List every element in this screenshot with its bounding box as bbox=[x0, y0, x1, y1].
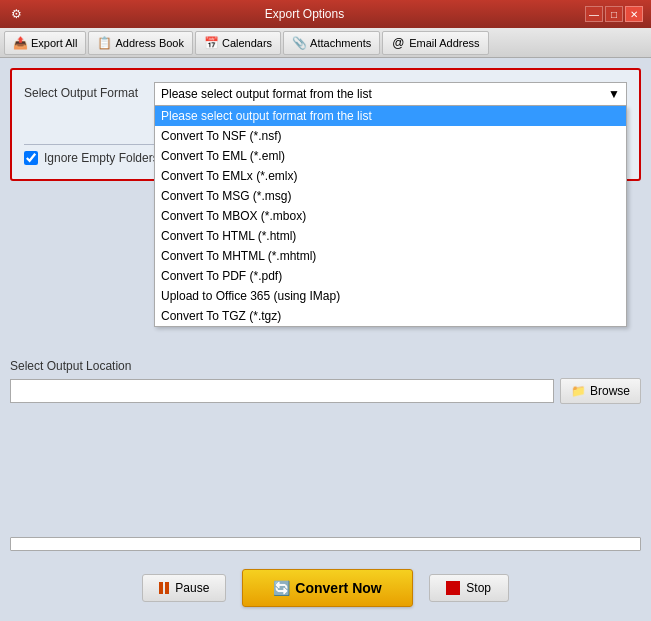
format-row: Select Output Format Please select outpu… bbox=[24, 82, 627, 106]
output-format-dropdown[interactable]: Please select output format from the lis… bbox=[154, 82, 627, 106]
window-controls: — □ ✕ bbox=[585, 6, 643, 22]
location-label: Select Output Location bbox=[10, 359, 641, 373]
tab-calendars[interactable]: 📅 Calendars bbox=[195, 31, 281, 55]
main-content: Select Output Format Please select outpu… bbox=[0, 58, 651, 621]
dropdown-item-5[interactable]: Convert To MBOX (*.mbox) bbox=[155, 206, 626, 226]
pause-label: Pause bbox=[175, 581, 209, 595]
dropdown-item-7[interactable]: Convert To MHTML (*.mhtml) bbox=[155, 246, 626, 266]
bottom-buttons: Pause 🔄 Convert Now Stop bbox=[10, 563, 641, 611]
tab-export-all[interactable]: 📤 Export All bbox=[4, 31, 86, 55]
convert-icon: 🔄 bbox=[273, 580, 289, 596]
dropdown-item-8[interactable]: Convert To PDF (*.pdf) bbox=[155, 266, 626, 286]
tab-attachments[interactable]: 📎 Attachments bbox=[283, 31, 380, 55]
tab-attachments-label: Attachments bbox=[310, 37, 371, 49]
address-book-icon: 📋 bbox=[97, 36, 111, 50]
close-button[interactable]: ✕ bbox=[625, 6, 643, 22]
pause-icon bbox=[159, 582, 169, 594]
dropdown-header[interactable]: Please select output format from the lis… bbox=[154, 82, 627, 106]
maximize-button[interactable]: □ bbox=[605, 6, 623, 22]
location-row: 📁 Browse bbox=[10, 378, 641, 404]
attachments-icon: 📎 bbox=[292, 36, 306, 50]
dropdown-item-9[interactable]: Upload to Office 365 (using IMap) bbox=[155, 286, 626, 306]
stop-label: Stop bbox=[466, 581, 491, 595]
format-label: Select Output Format bbox=[24, 82, 144, 100]
dropdown-item-2[interactable]: Convert To EML (*.eml) bbox=[155, 146, 626, 166]
stop-icon bbox=[446, 581, 460, 595]
progress-area bbox=[10, 533, 641, 555]
app-icon: ⚙ bbox=[8, 6, 24, 22]
tab-address-book[interactable]: 📋 Address Book bbox=[88, 31, 192, 55]
convert-now-button[interactable]: 🔄 Convert Now bbox=[242, 569, 412, 607]
format-panel: Select Output Format Please select outpu… bbox=[10, 68, 641, 181]
tab-email-address-label: Email Address bbox=[409, 37, 479, 49]
tab-email-address[interactable]: @ Email Address bbox=[382, 31, 488, 55]
dropdown-arrow-icon: ▼ bbox=[608, 87, 620, 101]
stop-button[interactable]: Stop bbox=[429, 574, 509, 602]
email-address-icon: @ bbox=[391, 36, 405, 50]
browse-icon: 📁 bbox=[571, 384, 586, 398]
title-bar: ⚙ Export Options — □ ✕ bbox=[0, 0, 651, 28]
dropdown-item-4[interactable]: Convert To MSG (*.msg) bbox=[155, 186, 626, 206]
dropdown-item-6[interactable]: Convert To HTML (*.html) bbox=[155, 226, 626, 246]
pause-button[interactable]: Pause bbox=[142, 574, 226, 602]
tab-export-all-label: Export All bbox=[31, 37, 77, 49]
dropdown-item-10[interactable]: Convert To TGZ (*.tgz) bbox=[155, 306, 626, 326]
dropdown-item-3[interactable]: Convert To EMLx (*.emlx) bbox=[155, 166, 626, 186]
dropdown-list: Please select output format from the lis… bbox=[154, 106, 627, 327]
browse-label: Browse bbox=[590, 384, 630, 398]
toolbar: 📤 Export All 📋 Address Book 📅 Calendars … bbox=[0, 28, 651, 58]
export-all-icon: 📤 bbox=[13, 36, 27, 50]
browse-button[interactable]: 📁 Browse bbox=[560, 378, 641, 404]
location-input[interactable] bbox=[10, 379, 554, 403]
minimize-button[interactable]: — bbox=[585, 6, 603, 22]
convert-label: Convert Now bbox=[295, 580, 381, 596]
dropdown-selected-text: Please select output format from the lis… bbox=[161, 87, 372, 101]
window-title: Export Options bbox=[24, 7, 585, 21]
tab-calendars-label: Calendars bbox=[222, 37, 272, 49]
dropdown-item-0[interactable]: Please select output format from the lis… bbox=[155, 106, 626, 126]
dropdown-item-1[interactable]: Convert To NSF (*.nsf) bbox=[155, 126, 626, 146]
location-section: Select Output Location 📁 Browse bbox=[10, 359, 641, 525]
calendars-icon: 📅 bbox=[204, 36, 218, 50]
ignore-empty-folders-label: Ignore Empty Folders bbox=[44, 151, 159, 165]
tab-address-book-label: Address Book bbox=[115, 37, 183, 49]
ignore-empty-folders-checkbox[interactable] bbox=[24, 151, 38, 165]
progress-track bbox=[10, 537, 641, 551]
